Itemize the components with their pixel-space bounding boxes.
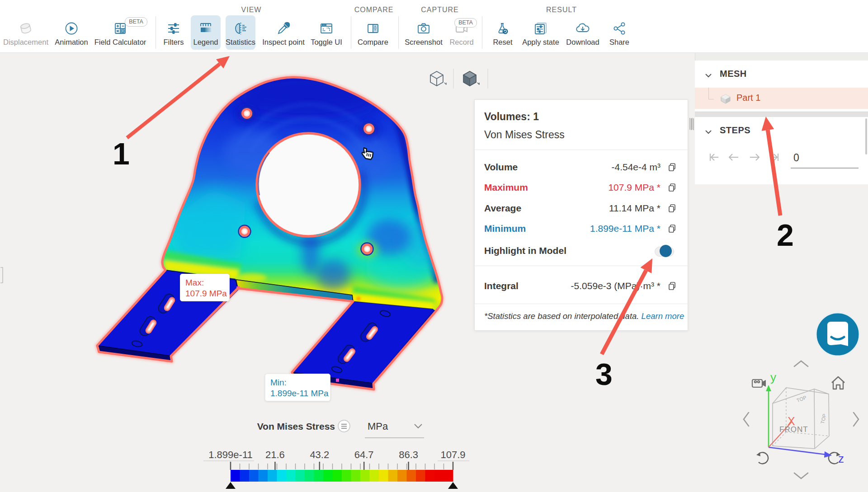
svg-text:86.3: 86.3 [399, 449, 418, 460]
svg-text:21.6: 21.6 [265, 449, 285, 460]
svg-text:Von Mises Stress: Von Mises Stress [257, 421, 335, 431]
svg-text:0: 0 [793, 152, 799, 164]
svg-text:107.9: 107.9 [440, 449, 465, 460]
svg-text:MPa: MPa [368, 421, 388, 432]
svg-text:43.2: 43.2 [310, 449, 329, 460]
svg-text:64.7: 64.7 [354, 449, 374, 460]
svg-text:1.899e-11: 1.899e-11 [208, 449, 252, 460]
